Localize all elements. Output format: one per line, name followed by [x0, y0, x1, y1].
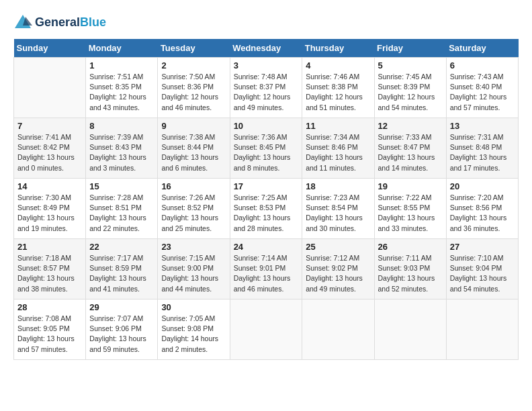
- calendar-cell: 18Sunrise: 7:23 AMSunset: 8:54 PMDayligh…: [302, 179, 374, 239]
- sun-info: Sunrise: 7:14 AMSunset: 9:01 PMDaylight:…: [234, 253, 299, 294]
- sun-info: Sunrise: 7:48 AMSunset: 8:37 PMDaylight:…: [234, 72, 299, 113]
- sun-info: Sunrise: 7:36 AMSunset: 8:45 PMDaylight:…: [234, 132, 299, 173]
- sun-info: Sunrise: 7:39 AMSunset: 8:43 PMDaylight:…: [89, 132, 154, 173]
- calendar-cell: 22Sunrise: 7:17 AMSunset: 8:59 PMDayligh…: [86, 239, 158, 300]
- logo-text: GeneralBlue: [35, 16, 106, 30]
- calendar-cell: 12Sunrise: 7:33 AMSunset: 8:47 PMDayligh…: [374, 118, 446, 179]
- calendar-cell: 4Sunrise: 7:46 AMSunset: 8:38 PMDaylight…: [302, 58, 374, 118]
- sun-info: Sunrise: 7:23 AMSunset: 8:54 PMDaylight:…: [306, 193, 370, 234]
- calendar-cell: 5Sunrise: 7:45 AMSunset: 8:39 PMDaylight…: [374, 58, 446, 118]
- sun-info: Sunrise: 7:11 AMSunset: 9:03 PMDaylight:…: [378, 253, 443, 294]
- day-number: 20: [450, 181, 515, 191]
- sun-info: Sunrise: 7:28 AMSunset: 8:51 PMDaylight:…: [89, 193, 154, 234]
- day-number: 27: [450, 242, 515, 252]
- day-number: 10: [234, 121, 299, 131]
- week-row: 21Sunrise: 7:18 AMSunset: 8:57 PMDayligh…: [14, 239, 519, 300]
- weekday-header-row: SundayMondayTuesdayWednesdayThursdayFrid…: [14, 39, 519, 58]
- weekday-header: Sunday: [14, 39, 86, 58]
- sun-info: Sunrise: 7:17 AMSunset: 8:59 PMDaylight:…: [89, 253, 154, 294]
- day-number: 24: [234, 242, 299, 252]
- calendar-cell: 28Sunrise: 7:08 AMSunset: 9:05 PMDayligh…: [14, 300, 86, 360]
- calendar-cell: 30Sunrise: 7:05 AMSunset: 9:08 PMDayligh…: [158, 300, 230, 360]
- sun-info: Sunrise: 7:43 AMSunset: 8:40 PMDaylight:…: [450, 72, 515, 113]
- logo: GeneralBlue: [13, 13, 106, 32]
- day-number: 28: [17, 302, 82, 312]
- day-number: 21: [17, 242, 82, 252]
- calendar-cell: 26Sunrise: 7:11 AMSunset: 9:03 PMDayligh…: [374, 239, 446, 300]
- day-number: 4: [306, 60, 370, 71]
- calendar-cell: 9Sunrise: 7:38 AMSunset: 8:44 PMDaylight…: [158, 118, 230, 179]
- weekday-header: Thursday: [302, 39, 374, 58]
- sun-info: Sunrise: 7:18 AMSunset: 8:57 PMDaylight:…: [17, 253, 82, 294]
- day-number: 25: [306, 242, 370, 252]
- sun-info: Sunrise: 7:34 AMSunset: 8:46 PMDaylight:…: [306, 132, 370, 173]
- day-number: 14: [17, 181, 82, 191]
- day-number: 29: [89, 302, 154, 312]
- calendar-cell: 8Sunrise: 7:39 AMSunset: 8:43 PMDaylight…: [86, 118, 158, 179]
- sun-info: Sunrise: 7:30 AMSunset: 8:49 PMDaylight:…: [17, 193, 82, 234]
- week-row: 1Sunrise: 7:51 AMSunset: 8:35 PMDaylight…: [14, 58, 519, 118]
- sun-info: Sunrise: 7:12 AMSunset: 9:02 PMDaylight:…: [306, 253, 370, 294]
- day-number: 16: [161, 181, 226, 191]
- calendar-cell: 13Sunrise: 7:31 AMSunset: 8:48 PMDayligh…: [446, 118, 518, 179]
- weekday-header: Wednesday: [230, 39, 302, 58]
- day-number: 26: [378, 242, 443, 252]
- calendar-cell: 24Sunrise: 7:14 AMSunset: 9:01 PMDayligh…: [230, 239, 302, 300]
- calendar-cell: 27Sunrise: 7:10 AMSunset: 9:04 PMDayligh…: [446, 239, 518, 300]
- sun-info: Sunrise: 7:20 AMSunset: 8:56 PMDaylight:…: [450, 193, 515, 234]
- calendar-cell: 19Sunrise: 7:22 AMSunset: 8:55 PMDayligh…: [374, 179, 446, 239]
- sun-info: Sunrise: 7:15 AMSunset: 9:00 PMDaylight:…: [161, 253, 226, 294]
- sun-info: Sunrise: 7:10 AMSunset: 9:04 PMDaylight:…: [450, 253, 515, 294]
- weekday-header: Friday: [374, 39, 446, 58]
- day-number: 6: [450, 60, 515, 71]
- calendar-cell: [302, 300, 374, 360]
- calendar-cell: 1Sunrise: 7:51 AMSunset: 8:35 PMDaylight…: [86, 58, 158, 118]
- calendar-cell: [230, 300, 302, 360]
- week-row: 14Sunrise: 7:30 AMSunset: 8:49 PMDayligh…: [14, 179, 519, 239]
- day-number: 19: [378, 181, 443, 191]
- calendar-cell: 10Sunrise: 7:36 AMSunset: 8:45 PMDayligh…: [230, 118, 302, 179]
- sun-info: Sunrise: 7:22 AMSunset: 8:55 PMDaylight:…: [378, 193, 443, 234]
- calendar-cell: 14Sunrise: 7:30 AMSunset: 8:49 PMDayligh…: [14, 179, 86, 239]
- sun-info: Sunrise: 7:46 AMSunset: 8:38 PMDaylight:…: [306, 72, 370, 113]
- calendar-cell: 3Sunrise: 7:48 AMSunset: 8:37 PMDaylight…: [230, 58, 302, 118]
- day-number: 8: [89, 121, 154, 131]
- day-number: 23: [161, 242, 226, 252]
- calendar-cell: 25Sunrise: 7:12 AMSunset: 9:02 PMDayligh…: [302, 239, 374, 300]
- day-number: 18: [306, 181, 370, 191]
- week-row: 28Sunrise: 7:08 AMSunset: 9:05 PMDayligh…: [14, 300, 519, 360]
- sun-info: Sunrise: 7:08 AMSunset: 9:05 PMDaylight:…: [17, 314, 82, 355]
- week-row: 7Sunrise: 7:41 AMSunset: 8:42 PMDaylight…: [14, 118, 519, 179]
- sun-info: Sunrise: 7:31 AMSunset: 8:48 PMDaylight:…: [450, 132, 515, 173]
- calendar-cell: 7Sunrise: 7:41 AMSunset: 8:42 PMDaylight…: [14, 118, 86, 179]
- calendar-cell: 21Sunrise: 7:18 AMSunset: 8:57 PMDayligh…: [14, 239, 86, 300]
- day-number: 7: [17, 121, 82, 131]
- day-number: 22: [89, 242, 154, 252]
- sun-info: Sunrise: 7:07 AMSunset: 9:06 PMDaylight:…: [89, 314, 154, 355]
- day-number: 2: [161, 60, 226, 71]
- calendar-cell: 15Sunrise: 7:28 AMSunset: 8:51 PMDayligh…: [86, 179, 158, 239]
- day-number: 11: [306, 121, 370, 131]
- calendar-cell: [14, 58, 86, 118]
- weekday-header: Monday: [86, 39, 158, 58]
- day-number: 12: [378, 121, 443, 131]
- calendar-cell: 2Sunrise: 7:50 AMSunset: 8:36 PMDaylight…: [158, 58, 230, 118]
- day-number: 5: [378, 60, 443, 71]
- calendar-cell: 11Sunrise: 7:34 AMSunset: 8:46 PMDayligh…: [302, 118, 374, 179]
- page-header: GeneralBlue: [13, 13, 519, 32]
- sun-info: Sunrise: 7:45 AMSunset: 8:39 PMDaylight:…: [378, 72, 443, 113]
- sun-info: Sunrise: 7:05 AMSunset: 9:08 PMDaylight:…: [161, 314, 226, 355]
- day-number: 30: [161, 302, 226, 312]
- day-number: 3: [234, 60, 299, 71]
- weekday-header: Tuesday: [158, 39, 230, 58]
- day-number: 15: [89, 181, 154, 191]
- sun-info: Sunrise: 7:25 AMSunset: 8:53 PMDaylight:…: [234, 193, 299, 234]
- sun-info: Sunrise: 7:41 AMSunset: 8:42 PMDaylight:…: [17, 132, 82, 173]
- sun-info: Sunrise: 7:33 AMSunset: 8:47 PMDaylight:…: [378, 132, 443, 173]
- day-number: 9: [161, 121, 226, 131]
- calendar-cell: 17Sunrise: 7:25 AMSunset: 8:53 PMDayligh…: [230, 179, 302, 239]
- calendar-cell: 23Sunrise: 7:15 AMSunset: 9:00 PMDayligh…: [158, 239, 230, 300]
- logo-icon: [13, 13, 32, 32]
- sun-info: Sunrise: 7:26 AMSunset: 8:52 PMDaylight:…: [161, 193, 226, 234]
- calendar-cell: 16Sunrise: 7:26 AMSunset: 8:52 PMDayligh…: [158, 179, 230, 239]
